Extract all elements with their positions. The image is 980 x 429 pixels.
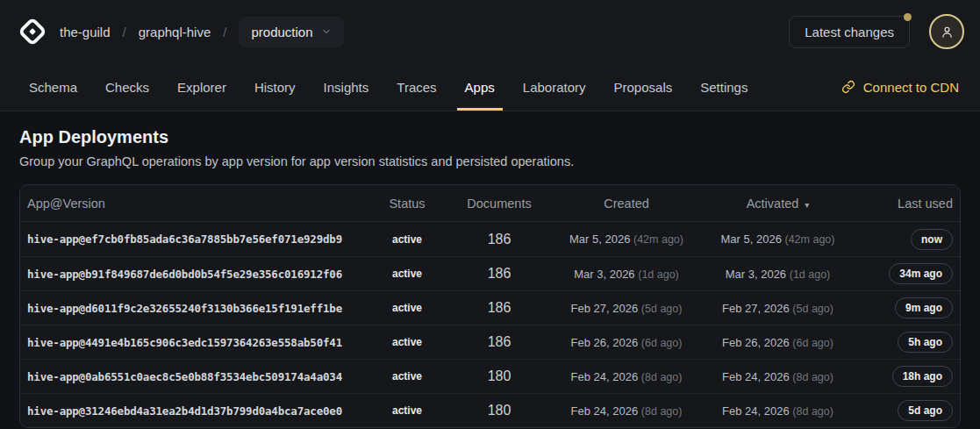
nav-tabs: Schema Checks Explorer History Insights … [21, 63, 762, 111]
page-title: App Deployments [19, 127, 961, 147]
table-header-row: App@Version Status Documents Created Act… [20, 185, 960, 222]
activated-date: Mar 5, 2026 (42m ago) [701, 232, 855, 246]
last-used-badge: now [911, 229, 953, 250]
tab-apps[interactable]: Apps [457, 63, 503, 111]
app-version: hive-app@4491e4b165c906c3edc1597364263e5… [27, 336, 368, 349]
created-date: Feb 24, 2026 (8d ago) [552, 370, 701, 383]
tab-insights[interactable]: Insights [316, 63, 377, 111]
main-content: App Deployments Group your GraphQL opera… [0, 111, 980, 428]
breadcrumb-project[interactable]: graphql-hive [139, 25, 211, 39]
connect-to-cdn-link[interactable]: Connect to CDN [841, 80, 959, 95]
table-row[interactable]: hive-app@b91f849687de6d0bd0b54f5e29e356c… [20, 256, 960, 290]
notification-dot [904, 13, 912, 21]
person-icon [940, 25, 955, 39]
documents-count: 186 [447, 232, 552, 247]
top-header: the-guild / graphql-hive / production La… [0, 0, 980, 63]
page-subtitle: Group your GraphQL operations by app ver… [19, 154, 961, 168]
table-row[interactable]: hive-app@4491e4b165c906c3edc1597364263e5… [20, 325, 960, 359]
status-label: active [368, 233, 447, 246]
latest-changes-button[interactable]: Latest changes [789, 16, 910, 48]
last-used-cell: 18h ago [855, 366, 953, 387]
created-date: Mar 3, 2026 (1d ago) [552, 268, 701, 281]
documents-count: 186 [447, 334, 552, 350]
last-used-badge: 9m ago [895, 297, 953, 318]
tab-proposals[interactable]: Proposals [606, 63, 681, 111]
hive-logo-icon[interactable] [18, 17, 47, 46]
breadcrumb-separator: / [223, 25, 226, 39]
app-version: hive-app@d6011f9c2e32655240f3130b366e15f… [27, 302, 368, 315]
app-version: hive-app@0ab6551c0aec8c5e0b88f3534ebc509… [27, 370, 368, 383]
documents-count: 186 [447, 266, 552, 282]
app-version: hive-app@ef7cb0fb85ada6c36a7885bb7e56ef0… [27, 232, 368, 246]
column-header-created: Created [552, 197, 701, 211]
tab-settings[interactable]: Settings [692, 63, 755, 111]
created-date: Mar 5, 2026 (42m ago) [552, 232, 701, 246]
created-date: Feb 27, 2026 (5d ago) [552, 302, 701, 315]
documents-count: 186 [447, 300, 552, 316]
tab-history[interactable]: History [247, 63, 304, 111]
table-row[interactable]: hive-app@31246ebd4a31ea2b4d1d37b799d0a4b… [20, 393, 960, 427]
tab-laboratory[interactable]: Laboratory [515, 63, 594, 111]
user-avatar[interactable] [929, 14, 964, 49]
status-label: active [368, 370, 447, 383]
app-version: hive-app@31246ebd4a31ea2b4d1d37b799d0a4b… [27, 404, 368, 418]
tab-traces[interactable]: Traces [389, 63, 444, 111]
status-label: active [368, 302, 447, 314]
breadcrumb-org[interactable]: the-guild [60, 25, 111, 39]
status-label: active [368, 268, 447, 280]
target-selector-label: production [251, 25, 312, 39]
last-used-cell: 9m ago [855, 297, 953, 318]
column-header-app-version: App@Version [27, 197, 368, 211]
last-used-cell: 5h ago [855, 332, 953, 353]
app-version: hive-app@b91f849687de6d0bd0b54f5e29e356c… [27, 268, 368, 281]
documents-count: 180 [447, 403, 552, 418]
column-header-status: Status [368, 197, 447, 211]
status-label: active [368, 336, 447, 348]
breadcrumb: the-guild / graphql-hive / production [60, 17, 344, 47]
created-date: Feb 24, 2026 (8d ago) [552, 404, 701, 418]
breadcrumb-separator: / [123, 25, 126, 39]
column-header-activated[interactable]: Activated▾ [701, 197, 855, 211]
created-date: Feb 26, 2026 (6d ago) [552, 336, 701, 349]
last-used-cell: now [855, 229, 953, 250]
connect-to-cdn-label: Connect to CDN [863, 80, 959, 95]
activated-date: Feb 26, 2026 (6d ago) [701, 336, 855, 349]
target-selector-dropdown[interactable]: production [239, 17, 343, 47]
documents-count: 180 [447, 368, 552, 384]
app-deployments-table: App@Version Status Documents Created Act… [19, 184, 961, 428]
nav-tab-bar: Schema Checks Explorer History Insights … [0, 63, 980, 111]
activated-date: Feb 24, 2026 (8d ago) [701, 370, 855, 383]
table-row[interactable]: hive-app@d6011f9c2e32655240f3130b366e15f… [20, 290, 960, 325]
tab-schema[interactable]: Schema [21, 63, 85, 111]
activated-date: Mar 3, 2026 (1d ago) [701, 268, 855, 281]
tab-checks[interactable]: Checks [97, 63, 157, 111]
column-header-last-used: Last used [855, 197, 953, 211]
activated-date: Feb 24, 2026 (8d ago) [701, 404, 855, 418]
column-header-documents: Documents [447, 197, 552, 211]
link-icon [841, 80, 855, 94]
last-used-cell: 34m ago [855, 263, 953, 284]
activated-date: Feb 27, 2026 (5d ago) [701, 302, 855, 315]
table-row[interactable]: hive-app@ef7cb0fb85ada6c36a7885bb7e56ef0… [20, 222, 960, 256]
last-used-badge: 5d ago [898, 400, 953, 421]
last-used-badge: 34m ago [889, 263, 953, 284]
table-row[interactable]: hive-app@0ab6551c0aec8c5e0b88f3534ebc509… [20, 359, 960, 393]
tab-explorer[interactable]: Explorer [169, 63, 234, 111]
sort-desc-icon: ▾ [805, 200, 809, 210]
last-used-badge: 18h ago [892, 366, 953, 387]
last-used-badge: 5h ago [898, 332, 953, 353]
chevron-down-icon [321, 26, 332, 37]
last-used-cell: 5d ago [855, 400, 953, 421]
column-header-activated-label: Activated [747, 197, 799, 211]
status-label: active [368, 404, 447, 417]
